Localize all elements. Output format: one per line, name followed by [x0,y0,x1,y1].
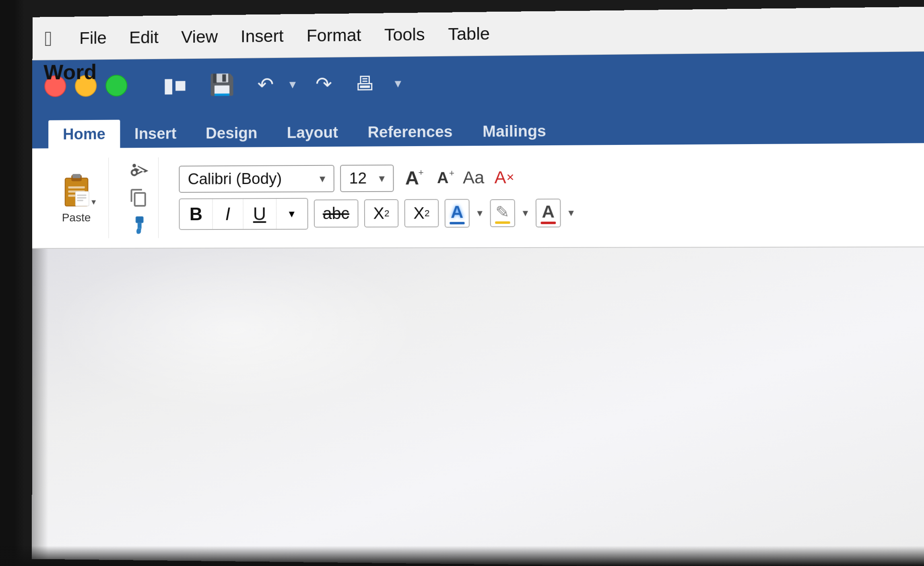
highlight-bar [495,221,510,223]
svg-rect-2 [72,174,80,178]
font-color-dropdown[interactable]: ▾ [475,205,484,221]
left-frame [0,0,24,566]
clipboard-group: ▾ Paste [44,158,109,238]
copy-icon [129,188,148,207]
lens-glow [52,248,421,412]
svg-rect-11 [138,223,142,228]
tab-insert[interactable]: Insert [120,119,191,148]
insert-menu[interactable]: Insert [229,26,295,46]
apple-menu-icon[interactable]:  [44,26,52,50]
svg-rect-7 [77,194,86,196]
strikethrough-button[interactable]: abc [314,199,358,227]
app-name-menu[interactable]: Word [33,52,924,60]
edit-icons-group [121,157,159,238]
font-size-dropdown[interactable]: 12 ▾ [340,164,394,192]
scissors-icon [129,159,150,180]
paste-dropdown-arrow[interactable]: ▾ [91,197,96,207]
document-area [32,247,924,566]
font-color2-dropdown[interactable]: ▾ [567,205,575,221]
font-row1: Calibri (Body) ▾ 12 ▾ A + [179,163,575,192]
format-painter-button[interactable] [129,215,150,236]
font-name-dropdown-arrow: ▾ [320,171,325,185]
svg-rect-6 [75,192,89,206]
brush-icon [129,215,150,236]
format-menu[interactable]: Format [295,25,373,45]
shrink-font-button[interactable]: A + [430,165,455,190]
clear-formatting-button[interactable]: A ✕ [492,165,517,190]
font-color-bar [450,222,464,224]
font-row2: B I U ▾ abc X2 [179,197,576,230]
font-color2-bar [541,221,556,224]
font-size-value: 12 [349,169,367,187]
paste-label: Paste [62,211,91,224]
file-menu[interactable]: File [68,28,118,48]
ribbon-content: ▾ Paste [32,143,924,249]
svg-rect-12 [136,217,143,223]
font-color-button[interactable]: A [445,199,470,227]
format-buttons-group: B I U ▾ [179,198,308,230]
tab-references[interactable]: References [353,117,468,147]
font-section: Calibri (Body) ▾ 12 ▾ A + [171,159,584,234]
highlight-button[interactable]: ✎ [490,199,515,227]
tab-home[interactable]: Home [48,120,120,148]
underline-button[interactable]: U [243,199,276,229]
ribbon-tabs: Home Insert Design Layout References Mai… [32,105,924,149]
cut-button[interactable] [129,159,150,180]
svg-rect-8 [77,197,86,198]
font-size-dropdown-arrow: ▾ [379,171,385,185]
change-case-button[interactable]: Aa [461,165,486,190]
tab-layout[interactable]: Layout [272,118,353,147]
font-name-value: Calibri (Body) [188,170,282,188]
table-menu[interactable]: Table [436,24,501,44]
subscript-button[interactable]: X2 [364,199,399,227]
tab-design[interactable]: Design [191,119,272,148]
clipboard-svg [60,172,93,208]
svg-rect-9 [77,200,83,201]
font-color2-button[interactable]: A [536,198,561,227]
copy-button[interactable] [129,188,150,207]
highlight-dropdown[interactable]: ▾ [521,205,530,221]
tab-mailings[interactable]: Mailings [468,117,561,146]
left-shadow [32,249,48,559]
paste-icon-wrapper[interactable]: ▾ [60,172,93,208]
superscript-button[interactable]: X2 [404,199,439,227]
bold-button[interactable]: B [180,199,213,229]
font-name-dropdown[interactable]: Calibri (Body) ▾ [179,165,334,192]
word-app-window:  Word File Edit View Insert Format Tool… [32,6,924,566]
grow-font-button[interactable]: A + [400,166,425,190]
tools-menu[interactable]: Tools [373,25,437,45]
svg-rect-3 [68,186,85,188]
bottom-frame [0,546,924,566]
underline-dropdown[interactable]: ▾ [276,204,307,224]
italic-button[interactable]: I [212,199,243,229]
edit-menu[interactable]: Edit [118,27,170,47]
screen-wrapper:  Word File Edit View Insert Format Tool… [0,0,924,566]
view-menu[interactable]: View [170,27,229,47]
